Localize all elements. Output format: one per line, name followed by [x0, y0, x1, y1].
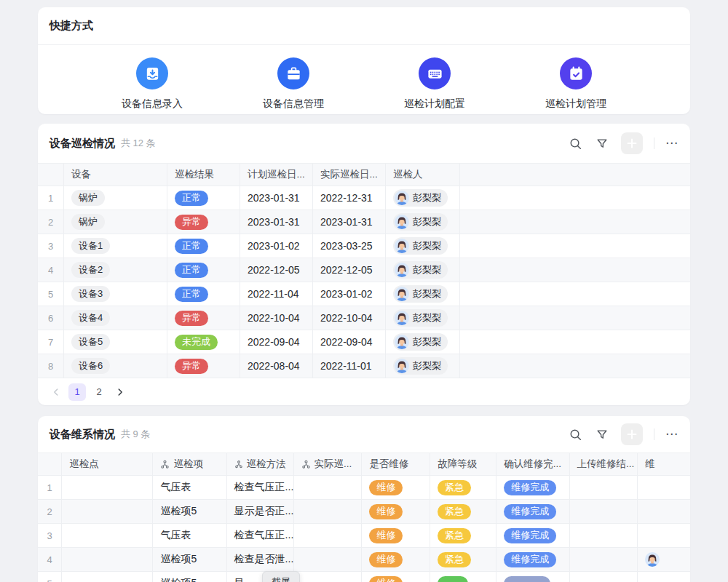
result-cell[interactable]: 异常: [167, 306, 240, 330]
inspector-cell[interactable]: 彭梨梨: [386, 306, 460, 330]
column-header[interactable]: 巡检点: [62, 453, 153, 476]
upload-result-cell[interactable]: [570, 548, 638, 572]
shortcut-plan-manage[interactable]: 巡检计划管理: [545, 57, 606, 111]
repair-cell[interactable]: 维修: [362, 548, 430, 572]
inspection-point-cell[interactable]: [62, 500, 153, 524]
fault-level-cell[interactable]: 紧急: [430, 548, 496, 572]
repair-confirm-cell[interactable]: [496, 572, 569, 582]
repair-cell[interactable]: 维修: [362, 572, 430, 582]
maintenance-row[interactable]: 3气压表检查气压正...维修紧急维修完成: [38, 524, 690, 548]
page-number[interactable]: 1: [68, 383, 86, 401]
fault-level-cell[interactable]: 紧急: [430, 476, 496, 500]
inspection-item-cell[interactable]: 气压表: [153, 524, 226, 548]
inspector-tag[interactable]: 彭梨梨: [393, 285, 448, 303]
device-tag[interactable]: 锅炉: [71, 190, 105, 206]
result-cell[interactable]: 异常: [167, 354, 240, 378]
repair-confirm-cell[interactable]: 维修完成: [496, 500, 569, 524]
actual-date-cell[interactable]: 2022-09-04: [313, 330, 386, 354]
maintenance-row[interactable]: 2巡检项5显示是否正...维修紧急维修完成: [38, 500, 690, 524]
planned-date-cell[interactable]: 2023-01-02: [240, 234, 313, 258]
inspector-cell[interactable]: 彭梨梨: [386, 234, 460, 258]
device-tag[interactable]: 设备2: [71, 262, 110, 278]
inspector-tag[interactable]: 彭梨梨: [393, 261, 448, 279]
repair-cell[interactable]: 维修: [362, 500, 430, 524]
device-cell[interactable]: 设备6: [64, 354, 167, 378]
filter-icon[interactable]: [594, 135, 610, 151]
inspection-item-cell[interactable]: 巡检项5: [153, 572, 226, 582]
inspection-point-cell[interactable]: [62, 548, 153, 572]
device-cell[interactable]: 设备3: [64, 282, 167, 306]
column-header[interactable]: [38, 164, 64, 186]
device-tag[interactable]: 锅炉: [71, 214, 105, 230]
planned-date-cell[interactable]: 2022-11-04: [240, 282, 313, 306]
inspection-row[interactable]: 2锅炉异常2023-01-312023-01-31彭梨梨: [38, 210, 690, 234]
device-cell[interactable]: 设备1: [64, 234, 167, 258]
planned-date-cell[interactable]: 2022-10-04: [240, 306, 313, 330]
column-header[interactable]: 巡检项: [153, 453, 226, 476]
device-tag[interactable]: 设备5: [71, 334, 110, 350]
clipped-cell[interactable]: [638, 524, 690, 548]
inspection-row[interactable]: 3设备1正常2023-01-022023-03-25彭梨梨: [38, 234, 690, 258]
device-tag[interactable]: 设备1: [71, 238, 110, 254]
column-header[interactable]: 是否维修: [362, 453, 430, 476]
inspector-tag[interactable]: 彭梨梨: [393, 237, 448, 255]
result-cell[interactable]: 正常: [167, 186, 240, 210]
maintenance-row[interactable]: 4巡检项5检查是否泄...维修紧急维修完成: [38, 548, 690, 572]
column-header[interactable]: 计划巡检日...: [240, 164, 313, 186]
device-tag[interactable]: 设备6: [71, 358, 110, 374]
inspection-row[interactable]: 8设备6异常2022-08-042022-11-01彭梨梨: [38, 354, 690, 378]
inspection-row[interactable]: 4设备2正常2022-12-052022-12-05彭梨梨: [38, 258, 690, 282]
shortcut-device-manage[interactable]: 设备信息管理: [263, 57, 324, 111]
result-cell[interactable]: 未完成: [167, 330, 240, 354]
more-options-icon[interactable]: ⋯: [665, 140, 678, 147]
actual-inspection-cell[interactable]: [294, 500, 363, 524]
search-icon[interactable]: [567, 135, 583, 151]
planned-date-cell[interactable]: 2022-09-04: [240, 330, 313, 354]
column-header[interactable]: 巡检结果: [167, 164, 240, 186]
inspector-cell[interactable]: 彭梨梨: [386, 282, 460, 306]
inspector-cell[interactable]: 彭梨梨: [386, 210, 460, 234]
column-header[interactable]: 上传维修结...: [570, 453, 638, 476]
inspection-point-cell[interactable]: [62, 476, 153, 500]
column-header[interactable]: 故障等级: [430, 453, 496, 476]
inspector-cell[interactable]: 彭梨梨: [386, 258, 460, 282]
result-cell[interactable]: 正常: [167, 234, 240, 258]
result-cell[interactable]: 正常: [167, 282, 240, 306]
device-cell[interactable]: 锅炉: [64, 210, 167, 234]
inspection-method-cell[interactable]: 检查气压正...: [227, 476, 294, 500]
inspector-tag[interactable]: 彭梨梨: [393, 333, 448, 351]
page-number[interactable]: 2: [90, 383, 108, 401]
planned-date-cell[interactable]: 2023-01-31: [240, 210, 313, 234]
device-cell[interactable]: 设备5: [64, 330, 167, 354]
column-header[interactable]: 实际巡...: [294, 453, 363, 476]
search-icon[interactable]: [567, 426, 583, 442]
actual-inspection-cell[interactable]: [294, 548, 363, 572]
column-header[interactable]: 实际巡检日...: [313, 164, 386, 186]
actual-date-cell[interactable]: 2022-10-04: [313, 306, 386, 330]
inspection-item-cell[interactable]: 巡检项5: [153, 548, 226, 572]
prev-page-icon[interactable]: [48, 384, 64, 400]
planned-date-cell[interactable]: 2022-08-04: [240, 354, 313, 378]
result-cell[interactable]: 正常: [167, 258, 240, 282]
shortcut-plan-config[interactable]: 巡检计划配置: [404, 57, 465, 111]
actual-date-cell[interactable]: 2023-03-25: [313, 234, 386, 258]
device-cell[interactable]: 设备2: [64, 258, 167, 282]
clipped-cell[interactable]: [638, 572, 690, 582]
maintenance-row[interactable]: 5巡检项5显...维修: [38, 572, 690, 582]
inspector-tag[interactable]: 彭梨梨: [393, 357, 448, 375]
repair-cell[interactable]: 维修: [362, 476, 430, 500]
actual-inspection-cell[interactable]: [294, 476, 363, 500]
actual-date-cell[interactable]: 2022-12-31: [313, 186, 386, 210]
planned-date-cell[interactable]: 2022-12-05: [240, 258, 313, 282]
actual-date-cell[interactable]: 2022-11-01: [313, 354, 386, 378]
maintenance-row[interactable]: 1气压表检查气压正...维修紧急维修完成: [38, 476, 690, 500]
inspection-point-cell[interactable]: [62, 572, 153, 582]
inspection-method-cell[interactable]: 检查是否泄...: [227, 548, 294, 572]
inspection-row[interactable]: 6设备4异常2022-10-042022-10-04彭梨梨: [38, 306, 690, 330]
repair-confirm-cell[interactable]: 维修完成: [496, 524, 569, 548]
inspection-row[interactable]: 5设备3正常2022-11-042023-01-02彭梨梨: [38, 282, 690, 306]
actual-date-cell[interactable]: 2022-12-05: [313, 258, 386, 282]
actual-date-cell[interactable]: 2023-01-02: [313, 282, 386, 306]
repair-cell[interactable]: 维修: [362, 524, 430, 548]
column-header[interactable]: [38, 453, 62, 476]
